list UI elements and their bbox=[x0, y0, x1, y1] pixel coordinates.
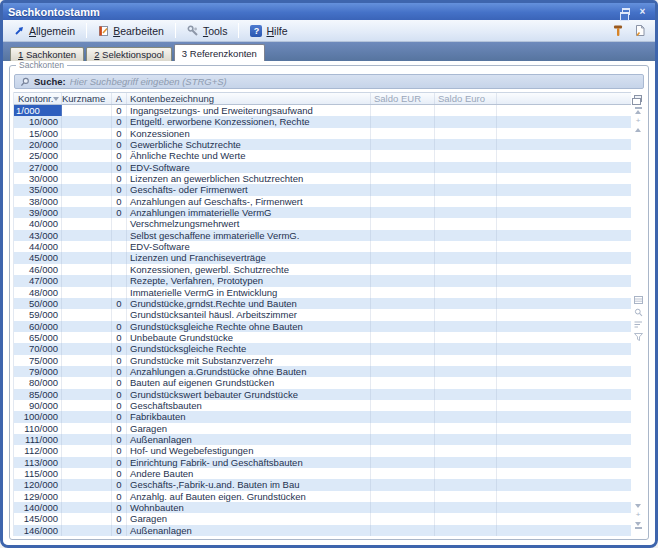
cell-kontonr[interactable]: 110/000 bbox=[14, 423, 62, 434]
table-row[interactable]: 79/000 0 Anzahlungen a.Grundstücke ohne … bbox=[14, 366, 631, 377]
table-row[interactable]: 112/000 0 Hof- und Wegebefestigungen bbox=[14, 445, 631, 456]
restore-button[interactable] bbox=[618, 5, 633, 18]
cell-kontonr[interactable]: 44/000 bbox=[14, 241, 62, 252]
tools-button[interactable]: Tools bbox=[181, 22, 234, 40]
table-row[interactable]: 39/000 0 Anzahlungen immaterielle VermG bbox=[14, 207, 631, 218]
cell-kontonr[interactable]: 80/000 bbox=[14, 377, 62, 388]
table-row[interactable]: 30/000 0 Lizenzen an gewerblichen Schutz… bbox=[14, 173, 631, 184]
column-header-kurzname[interactable]: Kurzname bbox=[62, 93, 112, 104]
cell-kontonr[interactable]: 120/000 bbox=[14, 479, 62, 490]
table-row[interactable]: 145/000 0 Garagen bbox=[14, 513, 631, 524]
table-row[interactable]: 43/000 Selbst geschaffene immaterielle V… bbox=[14, 230, 631, 241]
tab-sachkonten[interactable]: 1 Sachkonten bbox=[10, 47, 84, 61]
hilfe-button[interactable]: ? Hilfe bbox=[244, 22, 293, 40]
cell-kontonr[interactable]: 40/000 bbox=[14, 218, 62, 229]
new-page-button[interactable] bbox=[630, 22, 650, 39]
table-row[interactable]: 140/000 0 Wohnbauten bbox=[14, 502, 631, 513]
table-row[interactable]: 60/000 0 Grundstücksgleiche Rechte ohne … bbox=[14, 321, 631, 332]
table-row[interactable]: 100/000 0 Fabrikbauten bbox=[14, 411, 631, 422]
table-row[interactable]: 65/000 0 Unbebaute Grundstücke bbox=[14, 332, 631, 343]
cell-kontonr[interactable]: 50/000 bbox=[14, 298, 62, 309]
table-row[interactable]: 40/000 Verschmelzungsmehrwert bbox=[14, 218, 631, 229]
cell-kontonr[interactable]: 113/000 bbox=[14, 457, 62, 468]
table-row[interactable]: 44/000 EDV-Software bbox=[14, 241, 631, 252]
cell-kontonr[interactable]: 70/000 bbox=[14, 343, 62, 354]
cell-kontonr[interactable]: 129/000 bbox=[14, 491, 62, 502]
column-header-saldo-eur[interactable]: Saldo EUR bbox=[371, 93, 435, 104]
table-row[interactable]: 48/000 Immaterielle VermG in Entwicklung bbox=[14, 287, 631, 298]
column-header-a[interactable]: A bbox=[112, 93, 127, 104]
cell-kontonr[interactable]: 38/000 bbox=[14, 196, 62, 207]
table-row[interactable]: 35/000 0 Geschäfts- oder Firmenwert bbox=[14, 184, 631, 195]
table-row[interactable]: 15/000 0 Konzessionen bbox=[14, 128, 631, 139]
close-button[interactable]: × bbox=[635, 5, 650, 18]
cell-kontonr[interactable]: 145/000 bbox=[14, 513, 62, 524]
cell-kontonr[interactable]: 85/000 bbox=[14, 389, 62, 400]
cell-kontonr[interactable]: 140/000 bbox=[14, 502, 62, 513]
zoom-button[interactable] bbox=[634, 308, 643, 317]
table-row[interactable]: 80/000 0 Bauten auf eigenen Grundstücken bbox=[14, 377, 631, 388]
tab-selektionspool[interactable]: 2 Selektionspool bbox=[86, 47, 172, 61]
bearbeiten-button[interactable]: Bearbeiten bbox=[92, 22, 170, 40]
search-input[interactable] bbox=[70, 76, 638, 88]
cell-kontonr[interactable]: 10/000 bbox=[14, 116, 62, 127]
cell-kontonr[interactable]: 115/000 bbox=[14, 468, 62, 479]
table-row[interactable]: 50/000 0 Grundstücke,grndst.Rechte und B… bbox=[14, 298, 631, 309]
table-row[interactable]: 75/000 0 Grundstücke mit Substanzverzehr bbox=[14, 355, 631, 366]
sort-button[interactable] bbox=[634, 321, 643, 329]
table-row[interactable]: 10/000 0 Entgeltl. erworbene Konzessione… bbox=[14, 116, 631, 127]
scroll-up-button[interactable]: + bbox=[636, 118, 641, 124]
grid-view-button[interactable] bbox=[634, 296, 643, 304]
cell-kontonr[interactable]: 1/000 bbox=[14, 105, 62, 116]
table-row[interactable]: 20/000 0 Gewerbliche Schutzrechte bbox=[14, 139, 631, 150]
table-row[interactable]: 110/000 0 Garagen bbox=[14, 423, 631, 434]
row-up-button[interactable] bbox=[635, 128, 641, 132]
filter-button[interactable] bbox=[634, 333, 643, 341]
column-header-kontonr[interactable]: Kontonr. bbox=[14, 93, 62, 104]
cell-kontonr[interactable]: 35/000 bbox=[14, 184, 62, 195]
table-row[interactable]: 113/000 0 Einrichtung Fabrik- und Geschä… bbox=[14, 457, 631, 468]
cell-kontonr[interactable]: 47/000 bbox=[14, 275, 62, 286]
cell-kontonr[interactable]: 46/000 bbox=[14, 264, 62, 275]
table-row[interactable]: 47/000 Rezepte, Verfahren, Prototypen bbox=[14, 275, 631, 286]
scroll-down-button[interactable]: + bbox=[636, 512, 641, 518]
cell-kontonr[interactable]: 60/000 bbox=[14, 321, 62, 332]
cell-kontonr[interactable]: 59/000 bbox=[14, 309, 62, 320]
table-row[interactable]: 111/000 0 Außenanlagen bbox=[14, 434, 631, 445]
cell-kontonr[interactable]: 30/000 bbox=[14, 173, 62, 184]
cell-kontonr[interactable]: 48/000 bbox=[14, 287, 62, 298]
cell-kontonr[interactable]: 111/000 bbox=[14, 434, 62, 445]
table-row[interactable]: 25/000 0 Ähnliche Rechte und Werte bbox=[14, 150, 631, 161]
allgemein-button[interactable]: Allgemein bbox=[8, 22, 81, 40]
cell-kontonr[interactable]: 20/000 bbox=[14, 139, 62, 150]
scroll-bottom-button[interactable] bbox=[635, 522, 642, 530]
table-row[interactable]: 120/000 0 Geschäfts-,Fabrik-u.and. Baute… bbox=[14, 479, 631, 490]
cell-kontonr[interactable]: 75/000 bbox=[14, 355, 62, 366]
cell-kontonr[interactable]: 39/000 bbox=[14, 207, 62, 218]
column-chooser-button[interactable] bbox=[634, 95, 642, 102]
row-down-button[interactable] bbox=[635, 504, 641, 508]
table-row[interactable]: 27/000 0 EDV-Software bbox=[14, 162, 631, 173]
cell-kontonr[interactable]: 100/000 bbox=[14, 411, 62, 422]
table-row[interactable]: 146/000 0 Außenanlagen bbox=[14, 525, 631, 536]
table-row[interactable]: 85/000 0 Grundstückswert bebauter Grunds… bbox=[14, 389, 631, 400]
tab-referenzkonten[interactable]: 3 Referenzkonten bbox=[174, 44, 265, 61]
table-row[interactable]: 70/000 0 Grundstücksgleiche Rechte bbox=[14, 343, 631, 354]
hammer-button[interactable] bbox=[608, 22, 628, 39]
cell-kontonr[interactable]: 146/000 bbox=[14, 525, 62, 536]
table-row[interactable]: 1/000 0 Ingangsetzungs- und Erweiterungs… bbox=[14, 105, 631, 116]
cell-kontonr[interactable]: 112/000 bbox=[14, 445, 62, 456]
table-row[interactable]: 90/000 0 Geschäftsbauten bbox=[14, 400, 631, 411]
cell-kontonr[interactable]: 25/000 bbox=[14, 150, 62, 161]
table-row[interactable]: 45/000 Lizenzen und Franchiseverträge bbox=[14, 252, 631, 263]
table-row[interactable]: 38/000 0 Anzahlungen auf Geschäfts-, Fir… bbox=[14, 196, 631, 207]
cell-kontonr[interactable]: 90/000 bbox=[14, 400, 62, 411]
cell-kontonr[interactable]: 65/000 bbox=[14, 332, 62, 343]
cell-kontonr[interactable]: 27/000 bbox=[14, 162, 62, 173]
cell-kontonr[interactable]: 79/000 bbox=[14, 366, 62, 377]
cell-kontonr[interactable]: 15/000 bbox=[14, 128, 62, 139]
column-header-saldo-euro[interactable]: Saldo Euro bbox=[435, 93, 497, 104]
table-row[interactable]: 129/000 0 Anzahlg. auf Bauten eigen. Gru… bbox=[14, 491, 631, 502]
scroll-top-button[interactable] bbox=[635, 106, 642, 114]
table-row[interactable]: 115/000 0 Andere Bauten bbox=[14, 468, 631, 479]
